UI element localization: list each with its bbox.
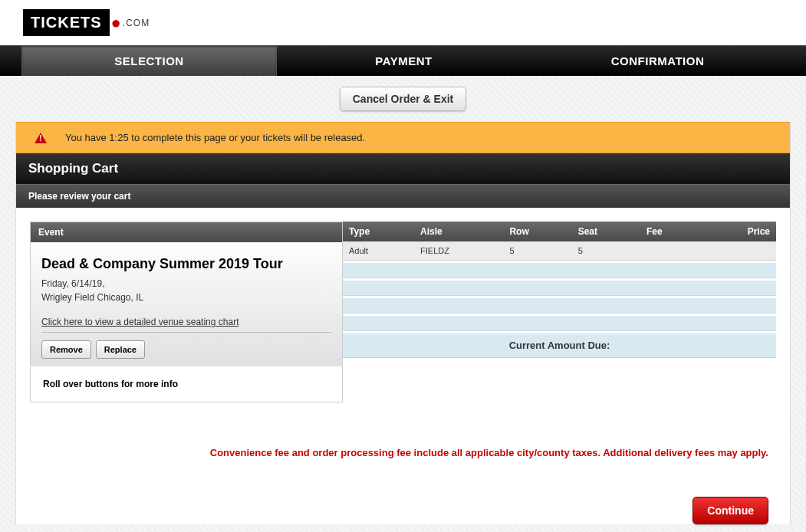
table-row: Adult FIELDZ 5 5 [343,241,776,261]
cell-aisle: FIELDZ [414,241,503,261]
event-date: Friday, 6/14/19, [41,278,331,289]
timer-alert: You have 1:25 to complete this page or y… [16,122,790,153]
table-row [343,298,776,314]
section-title: Shopping Cart [16,153,790,184]
cell-type: Adult [343,241,414,261]
replace-button[interactable]: Replace [96,340,145,359]
section-subtitle: Please review your cart [16,184,790,208]
cell-fee [640,241,701,261]
event-hint: Roll over buttons for more info [31,366,342,402]
progress-nav: SELECTION PAYMENT CONFIRMATION [0,45,806,76]
remove-button[interactable]: Remove [41,340,91,359]
event-venue: Wrigley Field Chicago, IL [41,292,331,303]
continue-button[interactable]: Continue [693,497,768,524]
col-row: Row [503,222,571,241]
event-header: Event [31,222,342,242]
event-panel: Event Dead & Company Summer 2019 Tour Fr… [30,222,343,402]
amount-due-row: Current Amount Due: [343,333,776,358]
fee-note: Convenience fee and order processing fee… [16,447,768,458]
alert-message: You have 1:25 to complete this page or y… [65,132,365,143]
nav-tab-selection[interactable]: SELECTION [21,46,277,76]
table-row [343,316,776,331]
warning-icon [35,133,47,143]
tickets-panel: Type Aisle Row Seat Fee Price Adult FIEL… [343,222,776,358]
cell-seat: 5 [572,241,640,261]
cancel-order-button[interactable]: Cancel Order & Exit [340,87,467,111]
logo-dot-icon: ● [111,13,121,33]
header: TICKETS ● .COM [0,0,806,45]
col-seat: Seat [572,222,640,241]
logo-suffix: .COM [123,18,150,28]
logo-text: TICKETS [23,9,110,36]
main-content: You have 1:25 to complete this page or y… [15,122,791,524]
divider [41,332,331,333]
cell-price [701,241,776,261]
tickets-table: Type Aisle Row Seat Fee Price Adult FIEL… [343,222,776,358]
nav-tab-confirmation[interactable]: CONFIRMATION [531,46,785,76]
nav-tab-payment[interactable]: PAYMENT [277,46,531,76]
table-row [343,263,776,278]
col-aisle: Aisle [414,222,503,241]
col-fee: Fee [640,222,701,241]
table-row [343,281,776,296]
event-title: Dead & Company Summer 2019 Tour [41,256,331,272]
col-type: Type [343,222,414,241]
col-price: Price [701,222,776,241]
seating-chart-link[interactable]: Click here to view a detailed venue seat… [41,317,331,327]
cell-row: 5 [503,241,571,261]
